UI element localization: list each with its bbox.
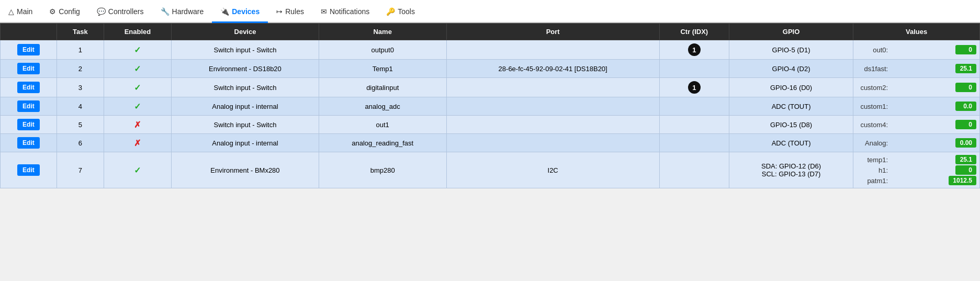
value-badge: 0 — [955, 165, 976, 175]
task-cell: 3 — [57, 78, 104, 97]
nav-item-notifications[interactable]: ✉Notifications — [312, 1, 378, 23]
edit-button[interactable]: Edit — [17, 137, 40, 149]
col-header-device: Device — [172, 24, 319, 40]
nav-item-hardware[interactable]: 🔧Hardware — [152, 1, 212, 23]
port-cell: 28-6e-fc-45-92-09-02-41 [DS18B20] — [446, 60, 659, 78]
value-row: patm1:1012.5 — [857, 175, 976, 186]
value-key: custom1: — [857, 103, 888, 110]
gpio-cell: ADC (TOUT) — [729, 97, 853, 116]
values-cell: ds1fast:25.1 — [853, 60, 980, 78]
port-cell — [446, 116, 659, 134]
value-badge: 0 — [955, 45, 976, 54]
edit-cell: Edit — [1, 152, 57, 188]
nav-label-config: Config — [59, 7, 80, 16]
values-cell: custom2:0 — [853, 78, 980, 97]
col-header-enabled: Enabled — [104, 24, 171, 40]
devices-table: TaskEnabledDeviceNamePortCtr (IDX)GPIOVa… — [0, 23, 980, 188]
edit-cell: Edit — [1, 134, 57, 152]
gpio-cell: GPIO-4 (D2) — [729, 60, 853, 78]
table-header-row: TaskEnabledDeviceNamePortCtr (IDX)GPIOVa… — [1, 24, 980, 40]
value-key: temp1: — [857, 156, 888, 164]
enabled-cell: ✓ — [104, 60, 171, 78]
col-header-name: Name — [319, 24, 446, 40]
enabled-cell: ✓ — [104, 152, 171, 188]
nav-item-controllers[interactable]: 💬Controllers — [88, 1, 152, 23]
col-header- — [1, 24, 57, 40]
nav-label-main: Main — [17, 7, 32, 16]
col-header-gpio: GPIO — [729, 24, 853, 40]
edit-cell: Edit — [1, 40, 57, 60]
col-header-port: Port — [446, 24, 659, 40]
port-cell — [446, 40, 659, 60]
value-badge: 0.00 — [955, 138, 976, 148]
edit-cell: Edit — [1, 78, 57, 97]
edit-button[interactable]: Edit — [17, 119, 40, 130]
gpio-cell: GPIO-15 (D8) — [729, 116, 853, 134]
value-key: custom2: — [857, 84, 888, 92]
value-row: h1:0 — [857, 165, 976, 175]
edit-button[interactable]: Edit — [17, 63, 40, 74]
value-row: custom4:0 — [857, 119, 976, 130]
gpio-cell: SDA: GPIO-12 (D6) SCL: GPIO-13 (D7) — [729, 152, 853, 188]
value-row: ds1fast:25.1 — [857, 63, 976, 74]
nav-item-rules[interactable]: ↦Rules — [268, 1, 312, 23]
nav-item-config[interactable]: ⚙Config — [41, 1, 88, 23]
value-key: h1: — [857, 166, 888, 174]
nav-label-hardware: Hardware — [172, 7, 204, 16]
port-cell — [446, 97, 659, 116]
main-icon: △ — [8, 7, 14, 16]
ctr-badge: 1 — [688, 81, 701, 94]
value-key: ds1fast: — [857, 65, 888, 73]
table-row: Edit3✓Switch input - Switchdigitalinput1… — [1, 78, 980, 97]
nav-item-main[interactable]: △Main — [0, 1, 41, 23]
table-row: Edit5✗Switch input - Switchout1GPIO-15 (… — [1, 116, 980, 134]
name-cell: output0 — [319, 40, 446, 60]
device-cell: Switch input - Switch — [172, 40, 319, 60]
name-cell: bmp280 — [319, 152, 446, 188]
nav-item-tools[interactable]: 🔑Tools — [378, 1, 423, 23]
ctr-cell — [659, 97, 729, 116]
controllers-icon: 💬 — [97, 7, 106, 16]
edit-button[interactable]: Edit — [17, 100, 40, 112]
check-icon: ✓ — [134, 166, 141, 175]
tools-icon: 🔑 — [386, 7, 395, 16]
device-cell: Switch input - Switch — [172, 78, 319, 97]
task-cell: 5 — [57, 116, 104, 134]
col-header-ctr--idx-: Ctr (IDX) — [659, 24, 729, 40]
gpio-cell: ADC (TOUT) — [729, 134, 853, 152]
navigation-bar: △Main⚙Config💬Controllers🔧Hardware🔌Device… — [0, 0, 980, 23]
devices-table-container: TaskEnabledDeviceNamePortCtr (IDX)GPIOVa… — [0, 23, 980, 188]
ctr-badge: 1 — [688, 43, 701, 56]
enabled-cell: ✗ — [104, 134, 171, 152]
values-cell: Analog:0.00 — [853, 134, 980, 152]
value-row: Analog:0.00 — [857, 138, 976, 148]
table-row: Edit1✓Switch input - Switchoutput01GPIO-… — [1, 40, 980, 60]
edit-button[interactable]: Edit — [17, 82, 40, 93]
edit-button[interactable]: Edit — [17, 44, 40, 55]
edit-button[interactable]: Edit — [17, 164, 40, 176]
col-header-task: Task — [57, 24, 104, 40]
ctr-cell — [659, 134, 729, 152]
device-cell: Analog input - internal — [172, 97, 319, 116]
check-icon: ✓ — [134, 102, 141, 111]
value-row: temp1:25.1 — [857, 154, 976, 165]
nav-label-controllers: Controllers — [108, 7, 144, 16]
port-cell — [446, 78, 659, 97]
values-cell: custom1:0.0 — [853, 97, 980, 116]
check-icon: ✓ — [134, 46, 141, 54]
cross-icon: ✗ — [134, 120, 141, 129]
port-cell: I2C — [446, 152, 659, 188]
devices-icon: 🔌 — [220, 7, 229, 16]
nav-item-devices[interactable]: 🔌Devices — [212, 1, 268, 23]
check-icon: ✓ — [134, 83, 141, 92]
ctr-cell: 1 — [659, 40, 729, 60]
col-header-values: Values — [853, 24, 980, 40]
table-row: Edit6✗Analog input - internalanalog_read… — [1, 134, 980, 152]
value-badge: 0.0 — [955, 102, 976, 111]
enabled-cell: ✓ — [104, 40, 171, 60]
value-badge: 25.1 — [955, 155, 976, 164]
ctr-cell: 1 — [659, 78, 729, 97]
task-cell: 1 — [57, 40, 104, 60]
gpio-cell: GPIO-16 (D0) — [729, 78, 853, 97]
device-cell: Environment - DS18b20 — [172, 60, 319, 78]
